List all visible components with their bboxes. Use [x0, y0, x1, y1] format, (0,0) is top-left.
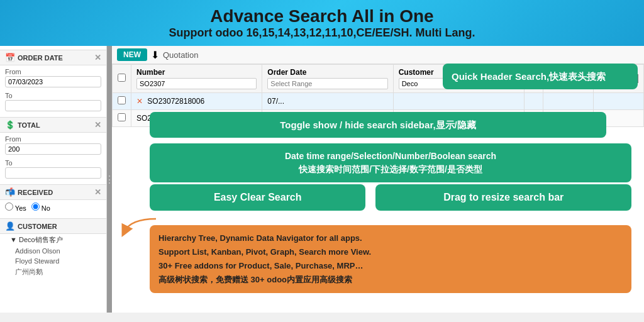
datetime-line2: 快速搜索时间范围/下拉选择/数字范围/是否类型 [299, 164, 482, 174]
to-label: To [5, 92, 13, 99]
download-icon[interactable]: ⬇ [151, 49, 159, 61]
clear-received-button[interactable]: ✕ [94, 187, 101, 197]
row-number-cell: ✕ SO23072818006 [131, 93, 262, 110]
order-date-from-input[interactable] [5, 76, 101, 87]
sidebar-section-customer: 👤 CUSTOMER ▼ Deco销售客户 Addison Olson Floy… [0, 218, 106, 278]
sidebar-section-header-total: 💲 TOTAL ✕ [0, 117, 106, 133]
select-column-header: Select... [543, 65, 594, 93]
row-date-cell: 07/... [262, 93, 393, 110]
checkbox-column-header [113, 65, 131, 93]
total-to-input[interactable] [5, 167, 101, 179]
bottom-line3: 30+ Free addons for Product, Sale, Purch… [158, 259, 623, 273]
row-date-cell: 07/... [262, 110, 393, 127]
sidebar: 📅 ORDER DATE ✕ From To 💲 TOTAL ✕ From [0, 46, 107, 313]
row-select2-cell [594, 93, 644, 110]
total-from-field: From [0, 133, 106, 157]
received-label: RECEIVED [18, 189, 53, 196]
select-all-checkbox[interactable] [118, 74, 126, 82]
number-column-header: Number [131, 65, 262, 93]
sidebar-section-header-received: 📬 RECEIVED ✕ [0, 184, 106, 200]
customer-tree-item-deco[interactable]: ▼ Deco销售客户 [0, 234, 106, 246]
total-icon: 💲 [5, 120, 15, 130]
banner-title: Advance Search All in One [13, 6, 631, 26]
data-table: Number Order Date Customer Select [112, 64, 644, 127]
bottom-line4: 高级树状搜索，免费赠送 30+ odoo内置应用高级搜索 [158, 273, 623, 287]
row-checkbox-cell [113, 93, 131, 110]
content-topbar: NEW ⬇ Quotation [112, 46, 644, 64]
customer-tree-item-addison[interactable]: Addison Olson [0, 246, 106, 256]
table-header-row: Number Order Date Customer Select [113, 65, 644, 93]
row-select1-cell [543, 110, 594, 127]
row-number-cell: SO23072619002 [131, 110, 262, 127]
sidebar-resize-handle[interactable] [107, 46, 112, 313]
arrow-to-sidebar [112, 206, 162, 244]
row-customer-cell [393, 110, 524, 127]
datetime-callout: Date time range/Selection/Number/Boolean… [150, 143, 631, 182]
sidebar-section-header-order-date: 📅 ORDER DATE ✕ [0, 50, 106, 65]
breadcrumb: Quotation [163, 50, 198, 60]
row-extra-cell [525, 93, 543, 110]
sidebar-section-header-customer: 👤 CUSTOMER [0, 218, 106, 234]
datetime-line1: Date time range/Selection/Number/Boolean… [285, 151, 496, 161]
select-column-header-2: Select... [594, 65, 644, 93]
row-select1-cell [543, 93, 594, 110]
customer-column-header: Customer [393, 65, 524, 93]
total-from-input[interactable] [5, 143, 101, 155]
number-header-label: Number [136, 68, 257, 77]
order-date-label: ORDER DATE [18, 54, 63, 62]
row-checkbox[interactable] [118, 96, 126, 104]
customer-tree-item-guangzhou[interactable]: 广州尚鹅 [0, 266, 106, 278]
sidebar-section-order-date: 📅 ORDER DATE ✕ From To [0, 50, 106, 113]
sidebar-section-total: 💲 TOTAL ✕ From To [0, 117, 106, 180]
table-row: SO23072619002 07/... [113, 110, 644, 127]
received-no-radio[interactable] [31, 203, 40, 211]
customer-label: CUSTOMER [18, 223, 57, 230]
received-no-label[interactable]: No [31, 203, 50, 212]
total-label: TOTAL [18, 121, 40, 129]
clear-order-date-button[interactable]: ✕ [94, 53, 101, 62]
row-checkbox[interactable] [118, 113, 126, 121]
total-to-label: To [5, 159, 13, 167]
top-banner: Advance Search All in One Support odoo 1… [0, 0, 644, 46]
customer-header-search[interactable] [399, 78, 519, 89]
from-label: From [5, 68, 21, 75]
received-icon: 📬 [5, 187, 15, 197]
clear-total-button[interactable]: ✕ [94, 120, 101, 130]
row-select2-cell [594, 110, 644, 127]
order-date-from-field: From [0, 65, 106, 89]
row-checkbox-cell [113, 110, 131, 127]
order-date-to-input[interactable] [5, 100, 101, 111]
bottom-line2: Support List, Kanban, Pivot, Graph, Sear… [158, 245, 623, 259]
sidebar-section-received: 📬 RECEIVED ✕ Yes No [0, 184, 106, 214]
column-select-2[interactable]: Select... [599, 74, 638, 84]
banner-subtitle: Support odoo 16,15,14,13,12,11,10,CE/EE/… [13, 26, 631, 40]
table-row: ✕ SO23072818006 07/... [113, 93, 644, 110]
dynamic-bold: Dynamic [220, 233, 254, 243]
extra-column-header [525, 65, 543, 93]
new-button[interactable]: NEW [117, 48, 147, 61]
main-area: 📅 ORDER DATE ✕ From To 💲 TOTAL ✕ From [0, 46, 644, 313]
order-date-column-header: Order Date [262, 65, 393, 93]
received-yes-label[interactable]: Yes [5, 203, 26, 212]
row-clear-icon[interactable]: ✕ [136, 97, 143, 106]
total-to-field: To [0, 157, 106, 180]
easy-clear-text: Easy Clear Search [214, 192, 302, 203]
drag-resize-text: Drag to resize search bar [443, 192, 564, 203]
calendar-icon: 📅 [5, 53, 15, 62]
bottom-callout: Hierarchy Tree, Dynamic Data Navigator f… [150, 225, 631, 293]
received-radio-group: Yes No [0, 200, 106, 214]
bottom-line1: Hierarchy Tree, Dynamic Data Navigator f… [158, 231, 623, 245]
hierarchy-bold: Hierarchy [158, 233, 196, 243]
drag-resize-callout: Drag to resize search bar [375, 184, 631, 211]
row-extra-cell [525, 110, 543, 127]
number-header-search[interactable] [136, 78, 257, 89]
customer-header-label: Customer [399, 68, 519, 77]
received-yes-radio[interactable] [5, 203, 13, 211]
order-date-to-field: To [0, 89, 106, 113]
order-date-header-search[interactable] [267, 78, 387, 89]
order-date-header-label: Order Date [267, 68, 387, 77]
column-select-1[interactable]: Select... [548, 74, 588, 84]
row-customer-cell [393, 93, 524, 110]
customer-tree-item-floyd[interactable]: Floyd Steward [0, 256, 106, 266]
total-from-label: From [5, 135, 21, 143]
